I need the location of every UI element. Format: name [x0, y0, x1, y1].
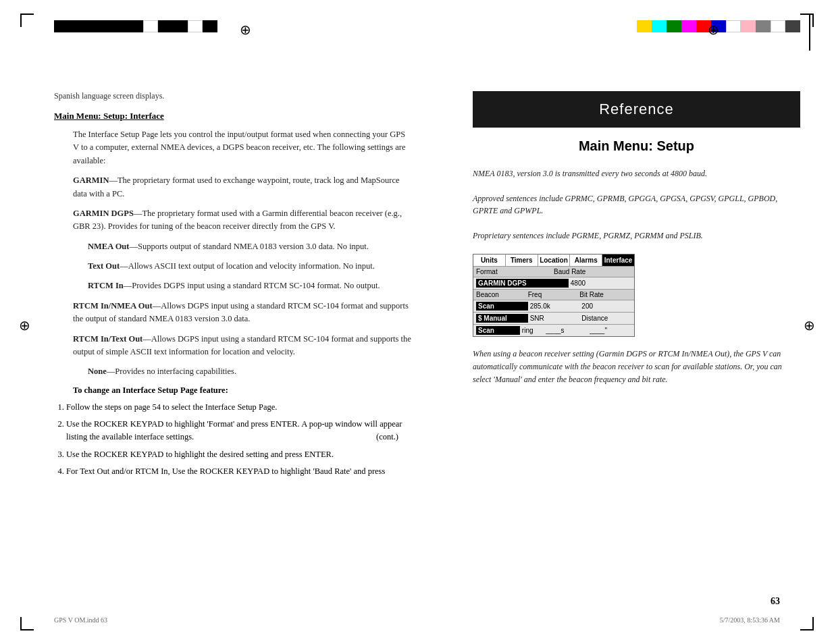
step3-text2: to highlight the desired setting and pre…	[163, 450, 304, 459]
para6-dash: —	[124, 281, 132, 290]
italic-block-3: Proprietary sentences include PGRME, PGR…	[473, 230, 800, 242]
para6: RTCM In—Provides DGPS input using a stan…	[88, 279, 412, 292]
gps-baudrate-val: 4800	[569, 279, 631, 288]
corner-bl	[20, 617, 34, 630]
gps-beacon-label: Beacon	[476, 291, 528, 298]
cb-white2	[188, 20, 203, 32]
tab-units: Units	[473, 254, 506, 266]
cb-black8	[173, 20, 188, 32]
para2-text: The proprietary format used to exchange …	[73, 176, 400, 198]
color-bar-left	[54, 20, 217, 32]
para1: The Interface Setup Page lets you contro…	[73, 128, 412, 167]
gps-snr-val: ____s	[544, 326, 588, 335]
para6-label: RTCM In	[88, 281, 124, 290]
right-column: ⊕ Reference Main Menu: Setup NMEA 0183, …	[446, 0, 834, 644]
cb-white	[143, 20, 158, 32]
gps-beacon-val: Scan	[476, 302, 528, 311]
gps-freq-label: Freq	[528, 291, 580, 298]
tab-location: Location	[538, 254, 571, 266]
cb-black	[54, 20, 69, 32]
gps-scan-val: Scan	[476, 326, 520, 335]
step4-text1: For Text Out and/or RTCM In, Use the	[66, 466, 200, 476]
cb-black9	[203, 20, 217, 32]
step3: Use the ROCKER KEYPAD to highlight the d…	[66, 448, 412, 461]
para5-label: Text Out	[88, 261, 120, 271]
step4-text2: to highlight 'Baud Rate' and press	[269, 466, 385, 476]
spanish-line: Spanish language screen displays.	[54, 91, 412, 101]
para7-label: RTCM In/NMEA Out	[73, 301, 153, 311]
step1: Follow the steps on page 54 to select th…	[66, 401, 412, 414]
crosshair-left-mid: ⊕	[19, 317, 30, 333]
footer-file-left: GPS V OM.indd 63	[54, 616, 107, 624]
tab-interface: Interface	[602, 254, 634, 266]
crosshair-right-mid: ⊕	[804, 317, 815, 333]
cb-cyan	[652, 20, 667, 32]
para8: RTCM In/Text Out—Allows DGPS input using…	[73, 333, 412, 359]
italic-block-2: Approved sentences include GPRMC, GPRMB,…	[473, 192, 800, 217]
gps-format-val: GARMIN DGPS	[476, 279, 569, 288]
para2: GARMIN—The proprietary format used to ex…	[73, 174, 412, 200]
sub-heading: To change an Interface Setup Page featur…	[73, 385, 412, 396]
page-number: 63	[771, 596, 780, 607]
step2-cont: (cont.)	[376, 431, 398, 444]
para4-label: NMEA Out	[88, 242, 129, 251]
cb-white3	[726, 20, 741, 32]
para8-label: RTCM In/Text Out	[73, 334, 142, 344]
corner-tr	[800, 14, 814, 27]
cb-pink	[741, 20, 756, 32]
gps-format-label: Format	[476, 268, 554, 275]
gps-baudrate-label: Baud Rate	[554, 268, 631, 275]
tab-timers: Timers	[506, 254, 538, 266]
para9: None—Provides no interfacing capabilitie…	[88, 365, 412, 378]
cb-black3	[84, 20, 99, 32]
step3-text3: .	[332, 450, 334, 459]
steps-list: Follow the steps on page 54 to select th…	[66, 401, 412, 479]
cb-black7	[158, 20, 173, 32]
para6-text: Provides DGPS input using a standard RTC…	[132, 281, 380, 290]
step3-text1: Use the	[66, 450, 94, 459]
cb-magenta	[681, 20, 696, 32]
para4-dash: —	[129, 242, 138, 251]
gps-tabs: Units Timers Location Alarms Interface	[473, 254, 634, 267]
para9-label: None	[88, 367, 107, 376]
reference-header: Reference	[473, 91, 800, 128]
cb-black6	[128, 20, 143, 32]
gps-distance-label: Distance	[579, 314, 631, 323]
para2-label: GARMIN	[73, 176, 109, 185]
para7-dash: —	[153, 301, 161, 311]
gps-distance-val: ____"	[588, 326, 631, 335]
step3-bold1: ROCKER KEYPAD	[94, 450, 163, 459]
para3-label: GARMIN DGPS	[73, 209, 134, 218]
crosshair-right: ⊕	[708, 22, 719, 38]
gps-freq-val: 285.0k	[528, 302, 580, 311]
gps-bitrate-label: Bit Rate	[579, 291, 631, 298]
para5: Text Out—Allows ASCII text output of loc…	[88, 260, 412, 273]
para2-dash: —	[109, 176, 118, 185]
italic-block-4: When using a beacon receiver setting (Ga…	[473, 348, 800, 385]
section-heading: Main Menu: Setup: Interface	[54, 111, 412, 122]
cb-black4	[99, 20, 113, 32]
cb-darkgray	[785, 20, 800, 32]
para9-dash: —	[107, 367, 115, 376]
para9-text: Provides no interfacing capabilities.	[115, 367, 236, 376]
cb-green	[667, 20, 681, 32]
para5-text: Allows ASCII text output of location and…	[128, 261, 375, 271]
vline-right	[809, 14, 810, 51]
cb-gray	[756, 20, 771, 32]
corner-tl	[20, 14, 34, 27]
para5-dash: —	[120, 261, 128, 271]
para7: RTCM In/NMEA Out—Allows DGPS input using…	[73, 300, 412, 326]
para8-dash: —	[142, 334, 151, 344]
gps-snr-label: SNR	[528, 314, 580, 323]
step4: For Text Out and/or RTCM In, Use the ROC…	[66, 465, 412, 478]
step2-text1: Use the	[66, 419, 94, 429]
step4-bold1: ROCKER KEYPAD	[200, 466, 269, 476]
main-menu-title-right: Main Menu: Setup	[473, 138, 800, 154]
crosshair-left: ⊕	[240, 22, 251, 38]
step2-text2: to highlight 'Format' and press	[163, 419, 270, 429]
para4: NMEA Out—Supports output of standard NME…	[88, 240, 412, 253]
step2: Use the ROCKER KEYPAD to highlight 'Form…	[66, 418, 412, 444]
tab-alarms: Alarms	[570, 254, 602, 266]
corner-br	[800, 617, 814, 630]
para3-dash: —	[134, 209, 142, 218]
